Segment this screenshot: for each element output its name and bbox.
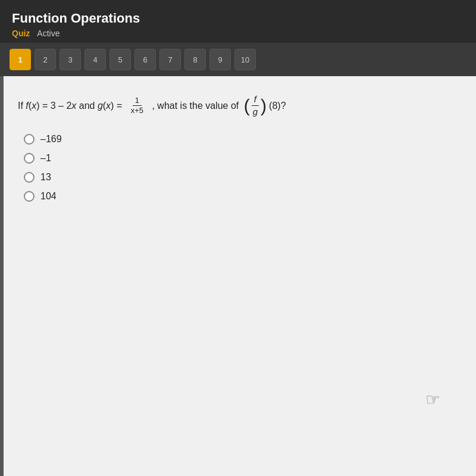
radio-opt1[interactable] — [24, 134, 35, 145]
right-paren: ) — [261, 97, 267, 115]
nav-btn-5[interactable]: 5 — [109, 49, 131, 70]
nav-btn-9[interactable]: 9 — [209, 49, 231, 70]
option-4[interactable]: 104 — [24, 191, 458, 202]
option-label-opt3: 13 — [40, 172, 51, 183]
option-label-opt2: –1 — [40, 153, 51, 164]
nav-btn-3[interactable]: 3 — [60, 49, 81, 70]
radio-opt2[interactable] — [24, 153, 35, 164]
big-fraction-wrap: ( f g ) — [244, 94, 267, 117]
nav-btn-4[interactable]: 4 — [84, 49, 106, 70]
question-text: If f(x) = 3 – 2x and g(x) = 1 x+5 , what… — [18, 94, 458, 117]
option-label-opt4: 104 — [40, 191, 57, 202]
page-title: Function Operations — [12, 11, 464, 26]
question-nav: 12345678910 — [0, 43, 476, 76]
fraction-g: 1 x+5 — [129, 96, 146, 115]
question-suffix: (8)? — [269, 98, 286, 114]
big-fraction-numerator: f — [252, 94, 259, 106]
nav-btn-7[interactable]: 7 — [159, 49, 181, 70]
question-middle: , what is the value of — [149, 98, 242, 114]
option-2[interactable]: –1 — [24, 153, 458, 164]
nav-btn-10[interactable]: 10 — [234, 49, 256, 70]
option-1[interactable]: –169 — [24, 134, 458, 145]
cursor-icon: ☞ — [425, 390, 440, 409]
left-paren: ( — [244, 97, 250, 115]
active-label: Active — [37, 29, 60, 38]
nav-btn-2[interactable]: 2 — [35, 49, 56, 70]
options-list: –169 –1 13 104 — [24, 134, 458, 202]
left-accent — [0, 76, 4, 476]
radio-opt3[interactable] — [24, 172, 35, 183]
option-3[interactable]: 13 — [24, 172, 458, 183]
fraction-numerator: 1 — [133, 96, 142, 106]
header-subtitle: Quiz Active — [12, 29, 464, 38]
main-content: If f(x) = 3 – 2x and g(x) = 1 x+5 , what… — [0, 76, 476, 476]
option-label-opt1: –169 — [40, 134, 62, 145]
quiz-label: Quiz — [12, 29, 30, 38]
header: Function Operations Quiz Active — [0, 0, 476, 43]
nav-btn-1[interactable]: 1 — [10, 49, 31, 70]
radio-opt4[interactable] — [24, 191, 35, 202]
fraction-denominator: x+5 — [129, 106, 146, 115]
big-fraction-denominator: g — [250, 106, 260, 117]
question-prefix: If f(x) = 3 – 2x and g(x) = — [18, 98, 125, 114]
big-fraction: f g — [250, 94, 260, 117]
nav-btn-6[interactable]: 6 — [134, 49, 156, 70]
nav-btn-8[interactable]: 8 — [184, 49, 206, 70]
